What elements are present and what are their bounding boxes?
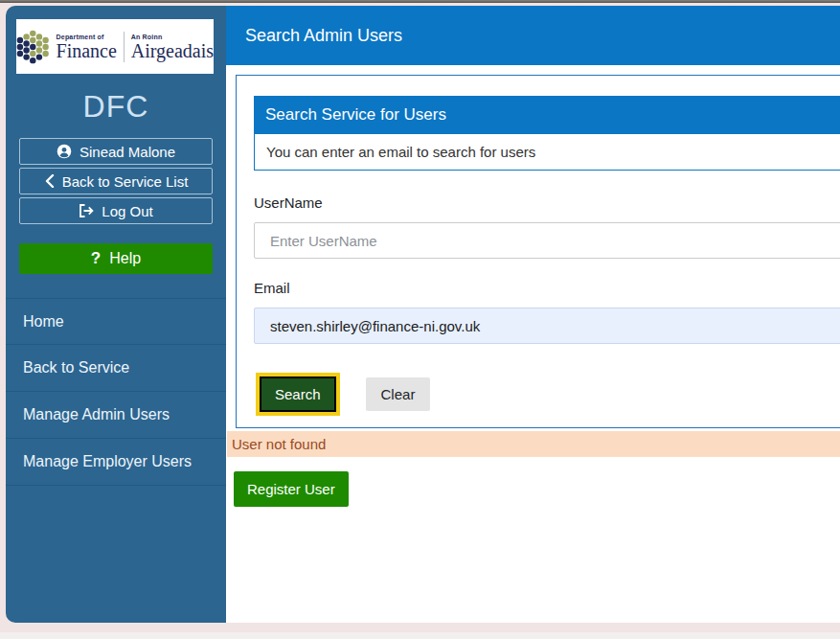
search-card-title: Search Service for Users xyxy=(265,105,446,125)
email-label: Email xyxy=(254,280,840,296)
page-content: Search Service for Users You can enter a… xyxy=(226,65,840,623)
sidebar-item-label: Manage Admin Users xyxy=(23,406,170,423)
help-button[interactable]: ? Help xyxy=(19,243,213,274)
log-out-label: Log Out xyxy=(102,203,152,219)
username-label: UserName xyxy=(254,194,840,211)
username-input[interactable] xyxy=(254,222,840,259)
sidebar: Department of Finance An Roinn Airgeadai… xyxy=(6,6,226,623)
back-to-service-list-label: Back to Service List xyxy=(62,173,189,190)
user-not-found-alert: User not found xyxy=(227,431,840,457)
department-of-finance-logo: Department of Finance An Roinn Airgeadai… xyxy=(16,19,214,74)
register-user-button[interactable]: Register User xyxy=(234,471,349,507)
account-user-button[interactable]: Sinead Malone xyxy=(19,138,213,165)
logo-dept-small-text: Department of xyxy=(57,34,104,40)
sidebar-nav: Home Back to Service Manage Admin Users … xyxy=(6,298,226,486)
button-row: Search Clear xyxy=(254,377,840,412)
logo-divider xyxy=(124,32,125,62)
sidebar-item-label: Manage Employer Users xyxy=(23,453,192,470)
log-out-button[interactable]: Log Out xyxy=(19,197,213,224)
sidebar-item-back-to-service[interactable]: Back to Service xyxy=(6,345,226,392)
logo-dept-main-text: Finance xyxy=(57,41,117,60)
person-icon xyxy=(57,144,72,159)
app-title: DFC xyxy=(6,89,226,125)
sidebar-item-home[interactable]: Home xyxy=(6,298,226,345)
logout-icon xyxy=(79,204,94,217)
window-bottom-edge xyxy=(0,0,840,3)
back-to-service-list-button[interactable]: Back to Service List xyxy=(19,168,213,194)
search-card-description: You can enter an email to search for use… xyxy=(254,134,840,171)
sidebar-item-label: Home xyxy=(23,313,64,331)
search-button[interactable]: Search xyxy=(260,377,336,412)
logo-irish-small-text: An Roinn xyxy=(131,34,163,40)
logo-irish-main-text: Airgeadais xyxy=(131,41,214,60)
app-window: Department of Finance An Roinn Airgeadai… xyxy=(6,6,840,623)
email-input[interactable] xyxy=(254,308,840,344)
alert-message: User not found xyxy=(232,436,326,452)
question-mark-icon: ? xyxy=(91,249,101,268)
search-card-header: Search Service for Users xyxy=(254,96,840,134)
finance-dots-logo-icon xyxy=(16,24,50,70)
chevron-left-icon xyxy=(44,174,55,188)
sidebar-item-label: Back to Service xyxy=(23,359,129,377)
sidebar-item-manage-employer-users[interactable]: Manage Employer Users xyxy=(6,439,226,486)
main-area: Search Admin Users Search Service for Us… xyxy=(226,6,840,623)
search-panel: Search Service for Users You can enter a… xyxy=(236,75,840,428)
page-header: Search Admin Users xyxy=(226,6,840,65)
help-label: Help xyxy=(109,250,141,267)
window-bottom-strip xyxy=(0,632,840,639)
page-title: Search Admin Users xyxy=(245,26,402,46)
clear-button[interactable]: Clear xyxy=(366,377,431,411)
account-user-label: Sinead Malone xyxy=(79,144,175,160)
sidebar-item-manage-admin-users[interactable]: Manage Admin Users xyxy=(6,392,226,439)
